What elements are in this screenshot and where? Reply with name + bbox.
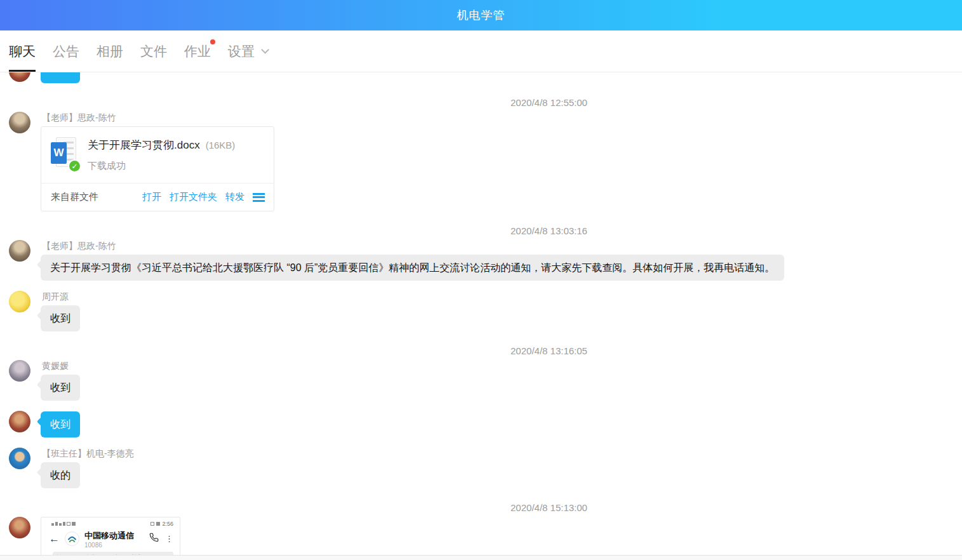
avatar[interactable] — [9, 240, 30, 262]
phone-status-bar: 2:56 — [41, 517, 180, 527]
phone-clock: 2:56 — [150, 521, 173, 527]
sender-name: 【老师】思政-陈竹 — [42, 112, 116, 123]
tab-announcements[interactable]: 公告 — [53, 30, 79, 72]
message-image: 2:56 ← 中国移动通信 10086 — [9, 517, 962, 555]
message-text: 【班主任】机电-李德亮 收的 — [9, 448, 962, 488]
horizontal-scrollbar[interactable] — [0, 555, 962, 560]
more-menu-icon[interactable] — [253, 193, 265, 202]
timestamp: 2020/4/8 13:16:05 — [68, 345, 962, 357]
timestamp: 2020/4/8 13:03:16 — [68, 225, 962, 237]
group-title: 机电学管 — [457, 8, 505, 23]
file-card: W 关于开展学习贯彻.docx (16KB) 下载成功 来自群文件 — [41, 126, 274, 211]
message-text: 黄媛媛 收到 — [9, 360, 962, 401]
avatar[interactable] — [9, 448, 30, 469]
tab-bar: 聊天 公告 相册 文件 作业 设置 — [0, 30, 962, 72]
avatar[interactable] — [9, 291, 30, 312]
message-file: 【老师】思政-陈竹 W 关于开展学习贯彻.docx (16KB) — [9, 112, 962, 211]
carrier-number: 10086 — [84, 542, 148, 549]
back-arrow-icon: ← — [49, 533, 60, 544]
notification-dot — [210, 39, 215, 44]
avatar[interactable] — [9, 112, 30, 133]
sender-name: 周开源 — [42, 291, 69, 302]
sender-name: 【班主任】机电-李德亮 — [42, 448, 134, 458]
chevron-down-icon — [261, 46, 269, 54]
avatar[interactable] — [9, 72, 30, 82]
avatar[interactable] — [9, 360, 30, 382]
open-folder-link[interactable]: 打开文件夹 — [170, 191, 217, 203]
window-header: 机电学管 — [0, 0, 962, 30]
status-icons — [51, 522, 76, 526]
tab-homework[interactable]: 作业 — [184, 30, 211, 72]
open-file-link[interactable]: 打开 — [142, 191, 161, 203]
message-text: 周开源 收到 — [9, 291, 962, 331]
forward-link[interactable]: 转发 — [225, 191, 244, 203]
tab-settings[interactable]: 设置 — [228, 30, 267, 72]
timestamp: 2020/4/8 15:13:00 — [68, 502, 962, 514]
phone-nav-bar: ← 中国移动通信 10086 — [41, 527, 180, 549]
success-check-icon — [68, 159, 81, 173]
message-text-self: 收到 — [9, 411, 962, 437]
message-bubble: 收到 — [41, 305, 80, 331]
more-dots-icon: ⋮ — [165, 534, 173, 543]
message-text: 【老师】思政-陈竹 关于开展学习贯彻《习近平总书记给北大援鄂医疗队 “90 后”… — [9, 240, 962, 281]
message-bubble — [41, 72, 80, 83]
message-bubble: 收到 — [41, 411, 80, 437]
message-bubble: 收到 — [41, 375, 80, 401]
message-bubble: 收的 — [41, 462, 80, 488]
avatar[interactable] — [9, 517, 30, 538]
carrier-logo — [65, 531, 79, 546]
file-source-label: 来自群文件 — [51, 191, 98, 203]
file-name: 关于开展学习贯彻.docx — [88, 138, 200, 152]
download-status: 下载成功 — [88, 160, 235, 172]
phone-call-icon — [149, 533, 159, 545]
tab-chat[interactable]: 聊天 — [9, 30, 36, 72]
group-chat-window: 机电学管 聊天 公告 相册 文件 作业 设置 2020/4/8 12:55:00 — [0, 0, 962, 560]
tab-album[interactable]: 相册 — [97, 30, 123, 72]
carrier-name: 中国移动通信 — [84, 531, 134, 540]
tab-files[interactable]: 文件 — [140, 30, 167, 72]
sender-name: 黄媛媛 — [42, 361, 69, 371]
sender-name: 【老师】思政-陈竹 — [42, 241, 116, 251]
avatar[interactable] — [9, 411, 30, 432]
cut-off-message — [0, 72, 962, 83]
phone-screenshot-image[interactable]: 2:56 ← 中国移动通信 10086 — [41, 517, 180, 555]
timestamp: 2020/4/8 12:55:00 — [68, 97, 962, 109]
word-file-icon: W — [51, 137, 76, 170]
file-size: (16KB) — [206, 140, 236, 150]
chat-message-list: 2020/4/8 12:55:00 【老师】思政-陈竹 W — [0, 72, 962, 555]
message-bubble: 关于开展学习贯彻《习近平总书记给北大援鄂医疗队 “90 后”党员重要回信》精神的… — [41, 255, 784, 281]
